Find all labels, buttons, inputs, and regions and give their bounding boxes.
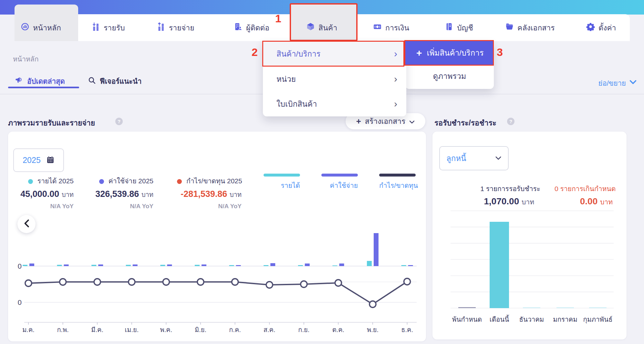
receivable-count: 1 รายการรอรับชำระ <box>452 183 540 194</box>
tab-label: อัปเดตล่าสุด <box>27 76 65 87</box>
expense-series-pill <box>321 174 358 177</box>
breadcrumb: หน้าหลัก <box>13 54 38 64</box>
nav-label: รายรับ <box>104 22 125 34</box>
tab-latest-updates[interactable]: อัปเดตล่าสุด <box>15 76 65 87</box>
nav-item-settings[interactable]: ตั้งค่า <box>586 14 625 41</box>
add-product-service-label: เพิ่มสินค้า/บริการ <box>427 47 484 59</box>
svg-text:พ้นกำหนด: พ้นกำหนด <box>452 316 482 323</box>
legend-profit-loss: กำไร/ขาดทุน 2025 -281,539.86 บาท N/A YoY <box>177 176 242 210</box>
documents-icon <box>505 22 514 33</box>
nav-label: บัญชี <box>457 22 473 34</box>
nav-label: การเงิน <box>385 22 409 34</box>
svg-text:เม.ย.: เม.ย. <box>125 326 139 333</box>
toggle-profit-loss-series[interactable]: กำไร/ขาดทุน <box>379 174 416 191</box>
toggle-income-series[interactable]: รายได้ <box>264 174 300 191</box>
nav-item-products[interactable]: สินค้า <box>306 14 350 41</box>
nav-label: สินค้า <box>318 22 337 34</box>
app-root: หน้าหลัก รายรับ รายจ่าย ผู้ติดต่อ 1 สินค… <box>0 0 644 344</box>
svg-text:ก.ค.: ก.ค. <box>229 326 241 333</box>
nav-label: คลังเอกสาร <box>517 22 555 34</box>
receivable-amount-value: 1,070.00 <box>484 196 519 206</box>
nav-item-finance[interactable]: การเงิน <box>373 14 420 41</box>
view-overview-label: ดูภาพรวม <box>433 70 466 82</box>
nav-item-home[interactable]: หน้าหลัก <box>21 14 76 41</box>
nav-item-accounting[interactable]: บัญชี <box>445 14 482 41</box>
legend-label: รายได้ 2025 <box>37 177 74 185</box>
overdue-amount-value: 0.00 <box>580 196 598 206</box>
tab-recommended-features[interactable]: ฟีเจอร์แนะนำ <box>88 76 141 87</box>
svg-text:ส.ค.: ส.ค. <box>264 326 275 333</box>
annotation-step-1: 1 <box>275 12 281 25</box>
svg-text:ต.ค.: ต.ค. <box>332 326 344 333</box>
legend-value: 326,539.86 <box>95 189 139 199</box>
active-tab-underline <box>8 87 79 88</box>
svg-text:พ.ค.: พ.ค. <box>160 326 172 333</box>
nav-label: ตั้งค่า <box>598 22 616 34</box>
legend-unit: บาท <box>62 191 74 198</box>
svg-text:มี.ค.: มี.ค. <box>91 326 103 333</box>
svg-text:ธ.ค.: ธ.ค. <box>401 326 413 333</box>
toggle-expense-series[interactable]: ค่าใช้จ่าย <box>321 174 358 191</box>
legend-yoy: N/A YoY <box>94 203 153 210</box>
chevron-right-icon: › <box>394 74 397 84</box>
legend-unit: บาท <box>141 191 153 198</box>
income-dot-icon <box>28 179 33 184</box>
nav-item-contacts[interactable]: ผู้ติดต่อ <box>234 14 279 41</box>
svg-text:ก.พ.: ก.พ. <box>57 326 68 333</box>
year-value: 2025 <box>23 156 41 165</box>
toggle-label: ค่าใช้จ่าย <box>321 180 358 191</box>
chevron-down-icon[interactable] <box>629 80 637 86</box>
legend-income: รายได้ 2025 45,000.00 บาท N/A YoY <box>15 176 74 210</box>
menu-item-units[interactable]: หน่วย › <box>263 66 406 91</box>
nav-label: ผู้ติดต่อ <box>246 22 269 34</box>
plus-icon: + <box>356 117 361 125</box>
add-product-service-button[interactable]: + เพิ่มสินค้า/บริการ <box>405 41 493 65</box>
products-dropdown-menu: สินค้า/บริการ › หน่วย › ใบเบิกสินค้า › <box>263 41 406 116</box>
legend-yoy: N/A YoY <box>177 203 242 210</box>
debtor-filter-dropdown[interactable]: ลูกหนี้ <box>439 146 509 170</box>
year-picker[interactable]: 2025 <box>13 148 64 172</box>
legend-expense: ค่าใช้จ่าย 2025 326,539.86 บาท N/A YoY <box>94 176 153 210</box>
chevron-right-icon: › <box>394 49 397 59</box>
svg-text:ม.ค.: ม.ค. <box>22 326 35 333</box>
help-icon[interactable]: ? <box>507 118 514 125</box>
legend-yoy: N/A YoY <box>15 203 74 210</box>
previous-year-button[interactable] <box>17 215 36 233</box>
svg-text:0: 0 <box>18 298 22 306</box>
menu-item-label: ใบเบิกสินค้า <box>276 98 317 110</box>
chevron-left-icon <box>24 219 29 229</box>
income-icon <box>91 22 100 33</box>
svg-text:ธันวาคม: ธันวาคม <box>519 316 544 323</box>
overdue-amount: 0.00 บาท <box>555 196 613 207</box>
nav-item-expense[interactable]: รายจ่าย <box>157 14 208 41</box>
legend-value: -281,539.86 <box>181 189 227 199</box>
accounting-icon <box>445 22 453 33</box>
expense-dot-icon <box>99 179 104 184</box>
menu-item-products-services[interactable]: สินค้า/บริการ › <box>263 41 406 66</box>
profit-loss-series-pill <box>379 174 416 177</box>
megaphone-icon <box>15 76 23 87</box>
overview-chart: 00ม.ค.ก.พ.มี.ค.เม.ย.พ.ค.มิ.ย.ก.ค.ส.ค.ก.ย… <box>8 132 426 341</box>
menu-item-label: หน่วย <box>276 73 296 85</box>
receivable-amount-unit: บาท <box>522 198 534 206</box>
nav-item-documents[interactable]: คลังเอกสาร <box>505 14 562 41</box>
nav-label: หน้าหลัก <box>33 22 61 34</box>
nav-item-income[interactable]: รายรับ <box>91 14 137 41</box>
help-icon[interactable]: ? <box>115 118 123 125</box>
legend-unit: บาท <box>230 191 242 198</box>
view-overview-menu-item[interactable]: ดูภาพรวม <box>405 65 494 87</box>
collapse-expand-link[interactable]: ย่อ/ขยาย <box>568 78 626 89</box>
svg-text:มิ.ย.: มิ.ย. <box>195 326 206 333</box>
receivable-amount: 1,070.00 บาท <box>452 196 534 207</box>
collapse-expand-label: ย่อ/ขยาย <box>598 79 626 87</box>
overview-section-title: ภาพรวมรายรับและรายจ่าย <box>8 117 95 129</box>
svg-text:เดือนนี้: เดือนนี้ <box>490 315 509 323</box>
finance-icon <box>373 22 382 33</box>
legend-label: ค่าใช้จ่าย 2025 <box>109 177 153 185</box>
menu-item-goods-requisition[interactable]: ใบเบิกสินค้า › <box>263 91 406 116</box>
overview-card: 00ม.ค.ก.พ.มี.ค.เม.ย.พ.ค.มิ.ย.ก.ค.ส.ค.ก.ย… <box>8 132 426 341</box>
tab-label: ฟีเจอร์แนะนำ <box>100 76 141 87</box>
pending-card: พ้นกำหนดเดือนนี้ธันวาคมมกราคมกุมภาพันธ์ … <box>432 132 627 339</box>
svg-text:กุมภาพันธ์: กุมภาพันธ์ <box>583 316 613 324</box>
annotation-step-2: 2 <box>252 46 258 59</box>
